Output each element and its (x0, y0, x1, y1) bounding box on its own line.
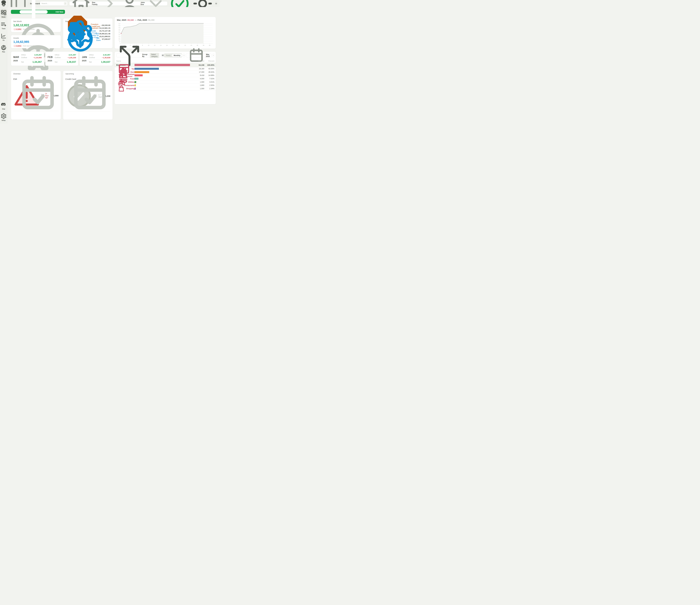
add-new-button[interactable]: Add New (11, 10, 65, 14)
previous-month-spend: 56,390 (148, 19, 154, 21)
inflow-value: 2,44,267 (34, 53, 42, 56)
sidebar-nav: Home Track Viz Plan (1, 9, 7, 53)
category-bar (134, 74, 143, 76)
previous-period-button[interactable] (183, 53, 185, 57)
svg-text:18: 18 (172, 45, 174, 46)
sidebar-item-label: Setup (2, 120, 6, 121)
period-picker-button[interactable]: Mar, 2025 (186, 53, 211, 57)
year-label: 2025 (82, 59, 87, 62)
category-amount: 28,160 (192, 68, 204, 70)
category-bar (134, 84, 136, 86)
outflow-value: −1,35,630 (102, 56, 110, 59)
column-amount: Amount (192, 60, 204, 62)
svg-text:20T: 20T (119, 36, 121, 37)
inflow-value: 2,42,267 (103, 53, 110, 56)
scope-selector: Doe Family John Doe (69, 1, 168, 6)
sliders-icon (161, 54, 164, 56)
family-name[interactable]: Doe Family (92, 2, 98, 5)
assistant-owl-icon[interactable] (215, 1, 217, 6)
month-label: MAR (13, 56, 19, 59)
sidebar-item-chat[interactable]: Chat (1, 101, 7, 111)
category-bar (134, 81, 136, 83)
year-label: 2025 (13, 59, 19, 62)
column-name: Name (116, 60, 134, 62)
svg-text:5T: 5T (119, 41, 121, 43)
period-label: Mar, 2025 (206, 53, 210, 57)
overdue-card: Overdue EMI Feb 7 24 days ago 30,000 (11, 71, 61, 120)
calendar-check-icon (69, 73, 111, 115)
shopping-bag-icon (118, 85, 125, 92)
tree-logo-icon (0, 0, 7, 7)
vs-label: vs (135, 19, 136, 21)
account-balance: 57,636.67 (102, 38, 110, 40)
svg-text:24: 24 (191, 45, 192, 46)
category-bar (134, 68, 159, 70)
month-summary-card: FEB 2025 Inflow2,41,267 Outflow−1,05,230… (45, 51, 78, 66)
user-name[interactable]: John Doe (141, 2, 145, 5)
current-month-label: Mar, 2025 (117, 19, 126, 21)
total-bar (134, 64, 190, 66)
sidebar-item-label: Plan (2, 51, 5, 53)
filter-settings-button[interactable] (161, 53, 164, 57)
category-bar-track (134, 84, 190, 86)
select-category-chip[interactable]: Select category (150, 53, 159, 58)
net-label: Net (55, 61, 57, 63)
category-amount: 1,930 (192, 81, 204, 83)
group-by-control[interactable]: Group By Select category (116, 53, 160, 57)
category-bar-track (134, 78, 190, 80)
outflow-value: −1,10,000 (33, 56, 42, 59)
month-label: FEB (48, 56, 53, 59)
monthly-tab[interactable]: Monthly (172, 54, 182, 57)
sidebar-item-track[interactable]: Track (1, 20, 7, 30)
net-value: 1,36,037 (67, 60, 76, 64)
svg-text:55T: 55T (119, 23, 121, 25)
sidebar-item-label: Chat (2, 108, 5, 110)
balances-list: Freedom CreditCard −26,530.00 Homeloan −… (66, 24, 110, 41)
month-summary-row: MAR 2025 Inflow2,44,267 Outflow−1,10,000… (11, 51, 113, 66)
column-percent: Percent (204, 60, 214, 62)
goal-icon (1, 45, 7, 51)
svg-text:16: 16 (166, 45, 168, 46)
month-summary-card: JAN 2025 Inflow2,42,267 Outflow−1,35,630… (79, 51, 113, 66)
svg-text:22: 22 (184, 45, 186, 46)
search-shortcut-key: / (64, 2, 67, 5)
category-amount: 4,500 (192, 78, 204, 80)
yearly-tab[interactable]: Yearly (164, 54, 172, 57)
inflow-value: 2,41,267 (69, 53, 76, 56)
account-balance: 26,99,521.48 (99, 33, 110, 35)
category-bar-track (134, 81, 190, 83)
previous-month-label: Feb, 2025 (138, 19, 147, 21)
svg-text:28: 28 (203, 45, 204, 46)
category-percent: 3.01% (204, 81, 214, 83)
next-period-button[interactable] (212, 53, 214, 57)
sidebar-item-setup[interactable]: Setup (1, 112, 7, 122)
sidebar-nav-bottom: Chat Setup (1, 101, 7, 122)
category-amount: 9,418 (192, 74, 204, 76)
expense-category-row[interactable]: Shopping 1,500 2.34% (115, 87, 216, 91)
svg-text:45T: 45T (119, 27, 121, 28)
inflow-label: Inflow (55, 54, 59, 56)
category-percent: 2.50% (204, 84, 214, 86)
assets-card: Assets 1,16,62,985 ↓ −1.01% from last mo… (11, 35, 61, 48)
category-amount: 17,000 (192, 71, 204, 73)
category-percent: 7.02% (204, 78, 214, 80)
balance-row[interactable]: SBI Bank 57,636.67 (66, 38, 110, 41)
outflow-label: Outflow (55, 56, 60, 59)
svg-text:20: 20 (178, 45, 180, 46)
current-month-spend: 28,160 (127, 19, 134, 21)
sidebar-item-viz[interactable]: Viz (1, 32, 7, 42)
outflow-value: −1,05,230 (68, 56, 76, 59)
svg-text:15T: 15T (119, 38, 121, 39)
svg-text:30: 30 (209, 45, 210, 46)
expenses-table: Name Amount Percent Expenses 64,108 100.… (115, 59, 216, 90)
sidebar-item-plan[interactable]: Plan (1, 44, 7, 53)
sidebar-item-home[interactable]: Home (1, 9, 7, 19)
svg-text:10: 10 (148, 45, 149, 46)
app-logo[interactable] (0, 0, 7, 7)
net-worth-card: Net Worth 1,02,12,822 ↓ −1.15% from last… (11, 18, 61, 32)
main-content: Add New Net Worth 1,02,12,822 ↓ −1.15% f… (7, 7, 220, 123)
month-label: JAN (82, 56, 87, 59)
total-bar-track (134, 64, 190, 66)
category-amount: 1,600 (192, 84, 204, 86)
sidebar: Home Track Viz Plan Chat Setup (0, 0, 7, 123)
